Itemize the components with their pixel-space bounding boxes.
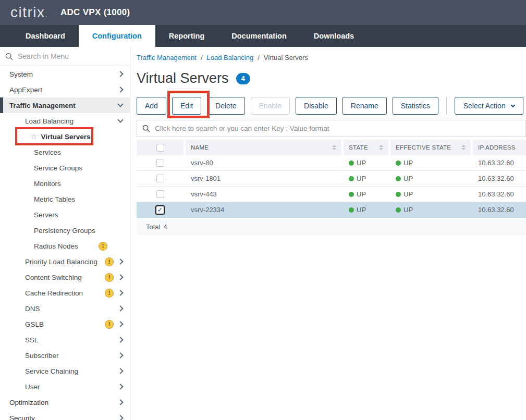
status-up-dot — [349, 207, 354, 213]
select-all-checkbox[interactable] — [156, 144, 164, 152]
row-ip-address: 10.63.32.60 — [473, 175, 526, 182]
sidebar-item-optimization[interactable]: Optimization — [0, 394, 130, 410]
breadcrumb: Traffic Management/Load Balancing/Virtua… — [137, 54, 526, 61]
header-checkbox-cell — [137, 140, 184, 155]
sidebar: Search in Menu System AppExpert Traffic … — [0, 47, 130, 420]
sidebar-item-radius-nodes[interactable]: Radius Nodes! — [0, 238, 130, 254]
column-header-state[interactable]: STATE — [344, 140, 388, 155]
sidebar-item-label: AppExpert — [9, 86, 42, 94]
status-up-dot — [349, 160, 354, 166]
rename-button[interactable]: Rename — [342, 97, 387, 115]
breadcrumb-link-load-balancing[interactable]: Load Balancing — [207, 54, 254, 61]
table-row[interactable]: vsrv-1801 UP UP 10.63.32.60 — [137, 171, 526, 187]
sidebar-item-label: Optimization — [9, 399, 48, 406]
row-name: vsrv-1801 — [186, 175, 341, 182]
row-name: vsrv-443 — [186, 190, 341, 198]
sort-icon[interactable] — [379, 145, 383, 150]
sort-icon[interactable] — [461, 145, 466, 150]
sidebar-item-user[interactable]: User — [0, 379, 130, 394]
tab-configuration[interactable]: Configuration — [79, 25, 155, 47]
sidebar-item-load-balancing[interactable]: Load Balancing — [0, 113, 130, 129]
table-row[interactable]: vsrv-80 UP UP 10.63.32.60 — [137, 155, 526, 171]
sidebar-item-service-groups[interactable]: Service Groups — [0, 160, 130, 176]
sidebar-item-persistency-groups[interactable]: Persistency Groups — [0, 223, 130, 238]
tab-downloads[interactable]: Downloads — [300, 25, 368, 47]
tab-reporting[interactable]: Reporting — [155, 25, 218, 47]
row-effective-state: UP — [390, 175, 471, 182]
tab-dashboard[interactable]: Dashboard — [12, 25, 79, 47]
status-up-dot — [396, 207, 401, 213]
toolbar-divider — [446, 97, 447, 115]
chevron-down-icon — [117, 101, 123, 107]
column-label: STATE — [349, 144, 368, 151]
row-state: UP — [344, 175, 388, 182]
table-row[interactable]: vsrv-443 UP UP 10.63.32.60 — [137, 187, 526, 202]
select-action-dropdown[interactable]: Select Action — [455, 97, 523, 115]
sidebar-item-security[interactable]: Security — [0, 410, 130, 420]
sidebar-item-metric-tables[interactable]: Metric Tables — [0, 191, 130, 207]
sidebar-item-label: Services — [34, 149, 61, 156]
sidebar-item-traffic-management[interactable]: Traffic Management — [0, 97, 130, 113]
sidebar-item-system[interactable]: System — [0, 66, 130, 82]
sidebar-item-cache-redirection[interactable]: Cache Redirection! — [0, 285, 130, 301]
citrix-logo: citrix. — [10, 4, 48, 21]
tab-documentation[interactable]: Documentation — [218, 25, 300, 47]
sidebar-item-content-switching[interactable]: Content Switching! — [0, 269, 130, 285]
chevron-down-icon — [510, 103, 515, 107]
status-up-dot — [396, 160, 401, 166]
toolbar: Add Edit Delete Enable Disable Rename St… — [137, 97, 526, 115]
row-checkbox[interactable] — [156, 190, 164, 198]
row-checkbox[interactable] — [156, 159, 164, 167]
chevron-right-icon — [117, 87, 123, 92]
menu-search-input[interactable]: Search in Menu — [0, 47, 130, 66]
sidebar-item-ssl[interactable]: SSL — [0, 332, 130, 348]
row-checkbox[interactable] — [156, 175, 164, 182]
sidebar-item-label: Traffic Management — [9, 102, 76, 109]
sidebar-item-subscriber[interactable]: Subscriber — [0, 348, 130, 363]
column-header-name[interactable]: NAME — [186, 140, 341, 155]
column-label: NAME — [191, 144, 209, 151]
table-search-input[interactable]: Click here to search or you can enter Ke… — [137, 120, 526, 137]
chevron-right-icon — [117, 274, 123, 280]
row-ip-address: 10.63.32.60 — [473, 206, 526, 214]
statistics-button[interactable]: Statistics — [393, 97, 438, 115]
sidebar-item-service-chaining[interactable]: Service Chaining — [0, 363, 130, 379]
table-row-selected[interactable]: ✓ vsrv-22334 UP UP 10.63.32.60 — [137, 202, 526, 218]
total-value: 4 — [163, 223, 167, 231]
chevron-right-icon — [117, 352, 123, 358]
sidebar-item-label: Cache Redirection — [25, 289, 83, 297]
breadcrumb-link-traffic-management[interactable]: Traffic Management — [137, 54, 197, 61]
sidebar-item-virtual-servers[interactable]: ☆ Virtual Servers — [0, 129, 130, 144]
sidebar-item-dns[interactable]: DNS — [0, 301, 130, 316]
sidebar-item-label: Content Switching — [25, 274, 82, 281]
page-title: Virtual Servers — [137, 70, 229, 87]
warning-icon: ! — [105, 273, 114, 282]
add-button[interactable]: Add — [137, 97, 166, 115]
sidebar-item-label: Subscriber — [25, 352, 59, 360]
main-content: Traffic Management/Load Balancing/Virtua… — [130, 47, 526, 420]
column-header-ip-address[interactable]: IP ADDRESS — [473, 140, 526, 155]
disable-button[interactable]: Disable — [296, 97, 337, 115]
delete-button[interactable]: Delete — [207, 97, 244, 115]
row-checkbox-checked[interactable]: ✓ — [155, 205, 165, 215]
chevron-right-icon — [117, 399, 123, 405]
sidebar-item-priority-load-balancing[interactable]: Priority Load Balancing! — [0, 254, 130, 269]
sidebar-item-label: Service Chaining — [25, 367, 78, 375]
sidebar-item-appexpert[interactable]: AppExpert — [0, 82, 130, 97]
sort-icon[interactable] — [332, 145, 336, 150]
sidebar-item-label: Radius Nodes — [34, 242, 78, 250]
sidebar-item-label: User — [25, 383, 40, 391]
sidebar-item-monitors[interactable]: Monitors — [0, 176, 130, 191]
chevron-right-icon — [117, 415, 123, 420]
column-header-effective-state[interactable]: EFFECTIVE STATE — [390, 140, 471, 155]
sidebar-item-gslb[interactable]: GSLB! — [0, 316, 130, 332]
search-icon — [5, 53, 13, 60]
chevron-right-icon — [117, 258, 123, 264]
sidebar-item-label: Security — [9, 414, 35, 420]
row-state: UP — [344, 159, 388, 167]
sidebar-item-label: Persistency Groups — [34, 227, 95, 234]
sidebar-item-label: Servers — [34, 211, 58, 219]
sidebar-item-services[interactable]: Services — [0, 144, 130, 160]
edit-button[interactable]: Edit — [172, 97, 201, 115]
sidebar-item-servers[interactable]: Servers — [0, 207, 130, 223]
